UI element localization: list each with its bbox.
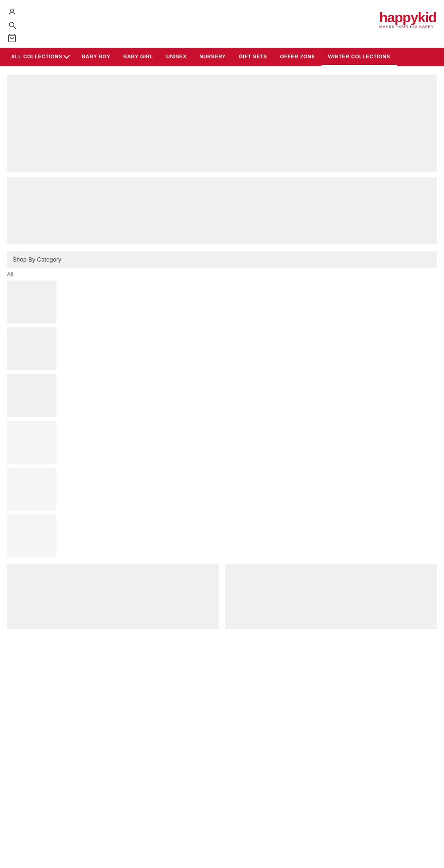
shop-by-category-section: Shop By Category All: [7, 251, 437, 557]
nav-item-unisex[interactable]: UNISEX: [160, 48, 193, 66]
svg-point-1: [9, 22, 14, 27]
product-card-1[interactable]: [7, 564, 219, 629]
nav-label-nursery: NURSERY: [199, 54, 226, 59]
nav-label-offer-zone: OFFER ZONE: [280, 54, 315, 59]
category-thumb-1[interactable]: [7, 281, 56, 324]
category-thumb-4[interactable]: [7, 421, 56, 464]
nav-label-unisex: UNISEX: [166, 54, 186, 59]
nav-label-baby-girl: BABY GIRL: [123, 54, 153, 59]
person-icon[interactable]: [7, 7, 17, 17]
nav-label-gift-sets: GIFT SETS: [239, 54, 267, 59]
category-list: [7, 281, 437, 557]
category-thumb-5[interactable]: [7, 468, 56, 511]
header-icon-group: [7, 5, 17, 43]
nav-label-winter-collections: WINTER COLLECTIONS: [328, 54, 390, 59]
svg-text:MAKES YOUR KID HAPPY: MAKES YOUR KID HAPPY: [379, 25, 434, 29]
nav-item-baby-girl[interactable]: BABY GIRL: [117, 48, 160, 66]
navigation-bar: ALL COLLECTIONS BABY BOY BABY GIRL UNISE…: [0, 48, 444, 66]
logo-svg: happykid MAKES YOUR KID HAPPY: [377, 5, 437, 30]
section-header-shop-by-category: Shop By Category: [7, 251, 437, 268]
cart-count-badge: 0: [18, 55, 21, 60]
product-card-2[interactable]: [225, 564, 437, 629]
search-icon[interactable]: [7, 20, 17, 30]
chevron-down-icon: [63, 52, 70, 59]
nav-item-winter-collections[interactable]: WINTER COLLECTIONS: [321, 48, 396, 66]
nav-item-offer-zone[interactable]: OFFER ZONE: [273, 48, 321, 66]
header: 0 happykid MAKES YOUR KID HAPPY: [0, 0, 444, 48]
main-banner-1: [7, 75, 437, 172]
nav-item-all-collections[interactable]: ALL COLLECTIONS: [5, 48, 75, 66]
nav-item-nursery[interactable]: NURSERY: [193, 48, 232, 66]
logo[interactable]: happykid MAKES YOUR KID HAPPY: [377, 5, 437, 30]
nav-item-gift-sets[interactable]: GIFT SETS: [232, 48, 273, 66]
svg-text:happykid: happykid: [379, 10, 437, 25]
all-category-label: All: [7, 271, 437, 278]
svg-line-2: [13, 26, 16, 29]
nav-label-baby-boy: BABY BOY: [82, 54, 111, 59]
product-grid: [7, 564, 437, 629]
nav-item-baby-boy[interactable]: BABY BOY: [75, 48, 117, 66]
category-thumb-2[interactable]: [7, 327, 56, 370]
main-banner-2: [7, 177, 437, 244]
category-thumb-6[interactable]: [7, 514, 56, 557]
svg-point-0: [11, 9, 14, 12]
category-thumb-3[interactable]: [7, 374, 56, 417]
cart-icon[interactable]: [7, 33, 17, 43]
